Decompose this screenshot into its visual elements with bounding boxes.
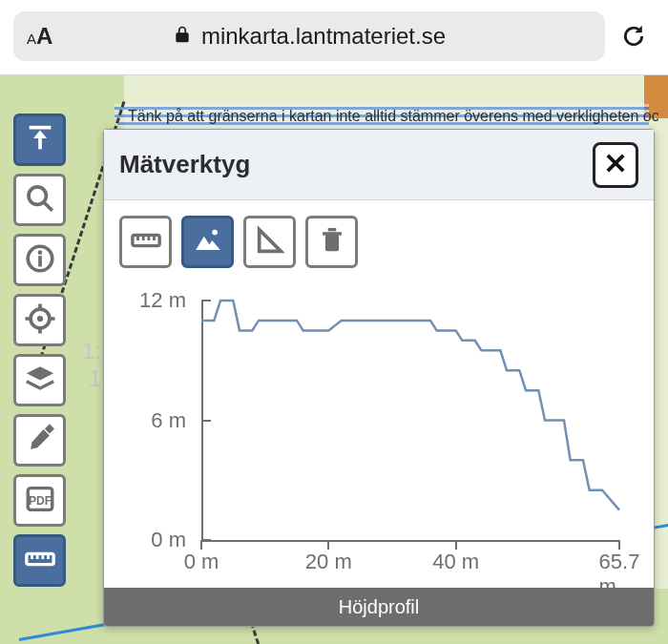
svg-point-0 — [28, 186, 45, 203]
browser-url-bar: AA minkarta.lantmateriet.se — [0, 0, 668, 73]
ruler-icon — [130, 224, 162, 260]
search-button[interactable] — [13, 174, 66, 226]
close-button[interactable] — [593, 142, 638, 188]
pdf-icon: PDF — [24, 483, 56, 519]
clear-button[interactable] — [305, 216, 358, 268]
text-size-control[interactable]: AA — [27, 23, 52, 50]
left-toolbar: PDF — [13, 114, 66, 587]
measure-distance-button[interactable] — [119, 216, 172, 268]
info-icon — [24, 242, 56, 279]
svg-text:PDF: PDF — [28, 493, 51, 507]
measure-panel: Mätverktyg — [103, 129, 655, 627]
refresh-button[interactable] — [613, 15, 655, 57]
draw-button[interactable] — [13, 414, 66, 467]
pdf-export-button[interactable]: PDF — [13, 474, 66, 527]
url-field[interactable]: AA minkarta.lantmateriet.se — [13, 11, 605, 61]
panel-toggle-button[interactable] — [13, 114, 66, 166]
panel-tool-row — [104, 200, 654, 274]
crosshair-icon — [24, 302, 56, 339]
panel-header: Mätverktyg — [104, 130, 654, 200]
measure-area-button[interactable] — [243, 216, 296, 268]
search-icon — [24, 182, 56, 218]
chart-line-svg — [127, 283, 631, 582]
triangle-icon — [254, 224, 286, 260]
url-domain: minkarta.lantmateriet.se — [201, 23, 446, 50]
panel-footer-label: Höjdprofil — [104, 588, 654, 626]
elevation-chart: 0 m6 m12 m0 m20 m40 m65.7 m — [104, 274, 654, 588]
trash-icon — [316, 224, 348, 260]
brush-icon — [24, 423, 56, 459]
locate-button[interactable] — [13, 294, 66, 346]
measure-tool-button[interactable] — [13, 534, 66, 587]
map-canvas[interactable]: Tänk på att gränserna i kartan inte allt… — [0, 74, 668, 644]
ruler-icon — [24, 543, 56, 579]
layers-icon — [24, 363, 56, 399]
svg-rect-7 — [44, 424, 53, 433]
info-button[interactable] — [13, 234, 66, 286]
svg-rect-4 — [38, 256, 42, 266]
arrow-up-bar-icon — [24, 122, 56, 158]
svg-point-6 — [36, 315, 42, 321]
elevation-profile-button[interactable] — [181, 216, 234, 268]
panel-title: Mätverktyg — [119, 150, 250, 179]
svg-point-3 — [37, 250, 42, 255]
map-disclaimer-text: Tänk på att gränserna i kartan inte allt… — [128, 108, 658, 125]
mountains-icon — [192, 224, 224, 260]
close-icon — [602, 150, 629, 180]
layers-button[interactable] — [13, 354, 66, 406]
svg-rect-11 — [132, 235, 158, 245]
svg-point-12 — [212, 229, 218, 235]
svg-line-1 — [44, 202, 52, 211]
svg-rect-13 — [324, 233, 338, 250]
lock-icon — [173, 23, 192, 50]
